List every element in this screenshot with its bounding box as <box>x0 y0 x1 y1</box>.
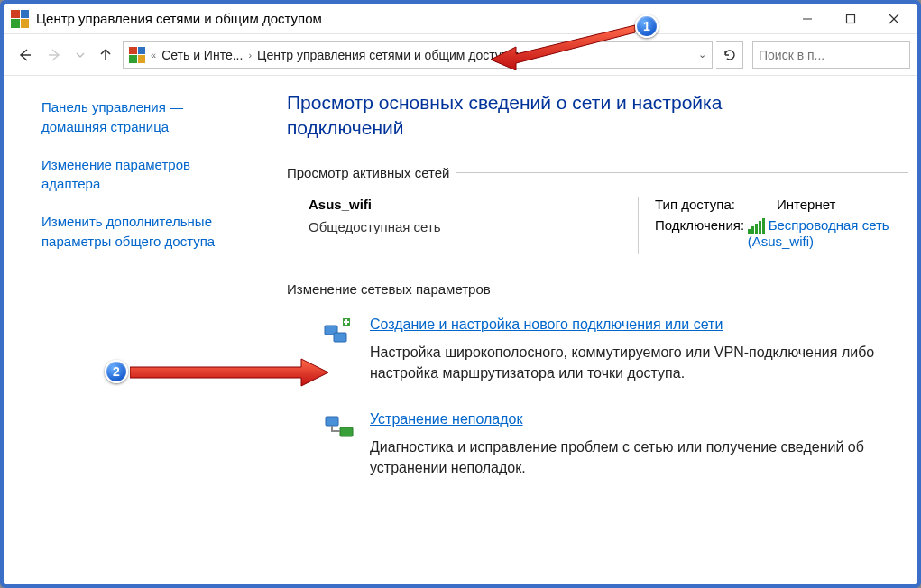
svg-rect-12 <box>340 427 353 436</box>
troubleshoot-link[interactable]: Устранение неполадок <box>370 411 522 427</box>
annotation-badge-1: 1 <box>635 14 659 38</box>
network-name: Asus_wifi <box>309 197 638 212</box>
svg-rect-11 <box>326 417 338 426</box>
sidebar-home-link[interactable]: Панель управления — домашняя страница <box>41 99 183 134</box>
svg-rect-7 <box>334 333 346 342</box>
access-type-value: Интернет <box>777 197 835 212</box>
troubleshoot-item[interactable]: Устранение неполадок Диагностика и испра… <box>287 402 908 496</box>
search-box[interactable] <box>752 41 910 69</box>
window-title: Центр управления сетями и общим доступом <box>36 11 786 26</box>
search-input[interactable] <box>759 48 916 62</box>
window: Центр управления сетями и общим доступом <box>0 0 921 588</box>
connections-label: Подключения: <box>655 217 748 250</box>
setup-connection-desc: Настройка широкополосного, коммутируемог… <box>370 342 875 383</box>
setup-connection-item[interactable]: Создание и настройка нового подключения … <box>287 308 908 401</box>
chevron-right-icon: › <box>248 50 252 60</box>
troubleshoot-desc: Диагностика и исправление проблем с сеть… <box>370 436 875 478</box>
change-settings-header: Изменение сетевых параметров <box>287 281 908 297</box>
wifi-signal-icon <box>748 218 765 234</box>
annotation-badge-2: 2 <box>105 360 128 383</box>
divider <box>456 172 908 173</box>
forward-button[interactable] <box>41 41 69 69</box>
control-panel-icon <box>129 47 145 63</box>
active-network-panel: Asus_wifi Общедоступная сеть Тип доступа… <box>287 191 908 273</box>
back-button[interactable] <box>11 41 38 69</box>
divider <box>498 289 908 289</box>
svg-rect-1 <box>847 14 855 23</box>
troubleshoot-icon <box>323 411 355 444</box>
toolbar: « Сеть и Инте... › Центр управления сетя… <box>4 34 917 76</box>
sidebar: Панель управления — домашняя страница Из… <box>4 76 283 584</box>
titlebar: Центр управления сетями и общим доступом <box>4 4 917 34</box>
setup-connection-link[interactable]: Создание и настройка нового подключения … <box>370 317 723 332</box>
close-button[interactable] <box>872 5 916 33</box>
address-dropdown-icon[interactable]: ⌄ <box>698 49 706 60</box>
maximize-button[interactable] <box>829 5 872 33</box>
setup-connection-icon <box>323 317 355 349</box>
refresh-button[interactable] <box>716 41 743 69</box>
section-label: Изменение сетевых параметров <box>287 281 491 297</box>
chevron-icon: « <box>151 50 156 60</box>
up-button[interactable] <box>92 41 119 69</box>
section-label: Просмотр активных сетей <box>287 165 449 180</box>
sidebar-adapter-link[interactable]: Изменение параметров адаптера <box>41 157 190 192</box>
window-controls <box>786 5 916 33</box>
breadcrumb-item[interactable]: Центр управления сетями и общим доступом <box>257 48 524 62</box>
active-networks-header: Просмотр активных сетей <box>287 165 908 180</box>
app-icon <box>11 10 29 28</box>
body: Панель управления — домашняя страница Из… <box>4 76 917 584</box>
sidebar-sharing-link[interactable]: Изменить дополнительные параметры общего… <box>41 214 215 249</box>
recent-dropdown[interactable] <box>72 41 88 69</box>
minimize-button[interactable] <box>786 5 829 33</box>
connection-link[interactable]: Беспроводная сеть (Asus_wifi) <box>748 217 889 250</box>
network-category: Общедоступная сеть <box>309 219 638 234</box>
content: Просмотр основных сведений о сети и наст… <box>283 76 917 584</box>
breadcrumb-item[interactable]: Сеть и Инте... <box>161 48 243 62</box>
address-bar[interactable]: « Сеть и Инте... › Центр управления сетя… <box>123 41 713 69</box>
page-heading: Просмотр основных сведений о сети и наст… <box>287 90 792 142</box>
access-type-label: Тип доступа: <box>655 197 777 212</box>
